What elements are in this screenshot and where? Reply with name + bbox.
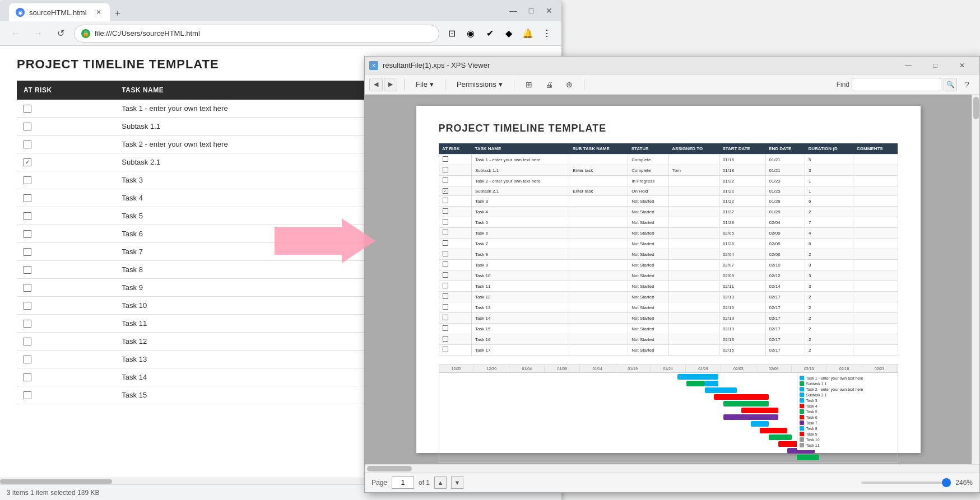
xps-scroll-h-thumb[interactable] [367, 466, 412, 471]
xps-vertical-scrollbar[interactable] [972, 95, 979, 464]
at-risk-checkbox[interactable] [24, 248, 31, 256]
at-risk-cell [17, 225, 115, 243]
xps-at-risk-checkbox[interactable] [443, 177, 448, 183]
xps-comments-cell [853, 302, 898, 313]
xps-duration-cell: 2 [805, 313, 853, 324]
xps-end-cell: 02/17 [765, 313, 805, 324]
xps-at-risk-checkbox[interactable] [443, 188, 448, 194]
ext-icon-4[interactable]: ◆ [501, 26, 517, 41]
xps-at-risk-checkbox[interactable] [443, 156, 448, 162]
at-risk-checkbox[interactable] [24, 158, 31, 166]
xps-status-cell: Not Started [628, 345, 669, 356]
xps-duration-cell: 2 [805, 334, 853, 345]
at-risk-checkbox[interactable] [24, 194, 31, 202]
xps-at-risk-checkbox[interactable] [443, 208, 448, 214]
xps-task-cell: Task 9 [471, 260, 569, 270]
xps-at-risk-checkbox[interactable] [443, 198, 448, 203]
gantt-legend-item: Task 5 [800, 409, 895, 414]
ext-icon-2[interactable]: ◉ [463, 26, 479, 41]
at-risk-checkbox[interactable] [24, 373, 31, 381]
xps-assigned-cell [668, 228, 719, 239]
xps-duration-cell: 5 [805, 155, 853, 165]
at-risk-checkbox[interactable] [24, 141, 31, 148]
xps-at-risk-checkbox[interactable] [443, 167, 448, 172]
scrollbar-thumb[interactable] [0, 479, 112, 484]
at-risk-checkbox[interactable] [24, 391, 31, 399]
xps-grid-icon[interactable]: ⊞ [521, 77, 537, 92]
xps-subtask-cell [569, 281, 628, 292]
xps-scroll-thumb[interactable] [973, 97, 979, 119]
task-name-cell: Task 12 [115, 333, 396, 351]
zoom-thumb[interactable] [942, 478, 951, 487]
find-input[interactable] [852, 78, 941, 91]
xps-duration-cell: 2 [805, 249, 853, 260]
xps-at-risk-checkbox[interactable] [443, 293, 448, 299]
xps-subtask-cell [569, 270, 628, 281]
xps-end-cell: 01/21 [765, 155, 805, 165]
xps-duration-cell: 1 [805, 186, 853, 196]
at-risk-checkbox[interactable] [24, 338, 31, 345]
xps-at-risk-checkbox[interactable] [443, 261, 448, 267]
xps-at-risk-checkbox[interactable] [443, 304, 448, 310]
xps-zoom-icon[interactable]: ⊕ [561, 77, 577, 92]
zoom-slider[interactable] [861, 482, 951, 484]
page-up-button[interactable]: ▲ [434, 476, 447, 489]
xps-horizontal-scrollbar[interactable] [365, 464, 979, 472]
ext-icon-3[interactable]: ✔ [482, 26, 498, 41]
at-risk-checkbox[interactable] [24, 266, 31, 274]
page-down-button[interactable]: ▼ [451, 476, 463, 489]
xps-at-risk-checkbox[interactable] [443, 325, 448, 331]
xps-nav-forward[interactable]: ▶ [384, 78, 397, 91]
minimize-button[interactable]: — [505, 3, 521, 18]
browser-tab[interactable]: ◉ sourceHTML.html ✕ [9, 3, 110, 21]
xps-page-area[interactable]: PROJECT TIMELINE TEMPLATE AT RISK TASK N… [365, 95, 972, 464]
xps-print-icon[interactable]: 🖨 [541, 77, 557, 92]
at-risk-cell [17, 351, 115, 368]
find-search-button[interactable]: 🔍 [944, 78, 957, 91]
maximize-button[interactable]: □ [523, 3, 539, 18]
xps-at-risk-checkbox[interactable] [443, 219, 448, 225]
new-tab-button[interactable]: + [110, 6, 126, 21]
xps-col-subtask: SUB TASK NAME [569, 143, 628, 155]
xps-at-risk-checkbox[interactable] [443, 336, 448, 342]
xps-at-risk-checkbox[interactable] [443, 230, 448, 235]
address-bar[interactable]: 🔒 file:///C:/Users/sourceHTML.html [74, 25, 439, 43]
at-risk-checkbox[interactable] [24, 356, 31, 363]
at-risk-checkbox[interactable] [24, 105, 31, 113]
xps-at-risk-checkbox[interactable] [443, 240, 448, 246]
xps-assigned-cell [668, 176, 719, 186]
tab-close-button[interactable]: ✕ [94, 8, 103, 17]
xps-file-menu[interactable]: File ▾ [411, 78, 438, 91]
page-number-input[interactable] [392, 476, 414, 489]
xps-permissions-menu[interactable]: Permissions ▾ [452, 78, 507, 91]
at-risk-checkbox[interactable] [24, 284, 31, 292]
ext-icon-5[interactable]: 🔔 [520, 26, 536, 41]
menu-button[interactable]: ⋮ [539, 26, 555, 41]
xps-at-risk-checkbox[interactable] [443, 283, 448, 288]
xps-help-icon[interactable]: ? [959, 77, 975, 92]
at-risk-checkbox[interactable] [24, 320, 31, 328]
close-button[interactable]: ✕ [541, 3, 557, 18]
xps-subtask-cell: Enter task [569, 186, 628, 196]
at-risk-checkbox[interactable] [24, 302, 31, 310]
xps-close-button[interactable]: ✕ [949, 58, 975, 73]
xps-minimize-button[interactable]: — [895, 58, 921, 73]
back-button[interactable]: ← [7, 25, 25, 43]
xps-at-risk-checkbox[interactable] [443, 347, 448, 352]
tab-favicon-icon: ◉ [16, 8, 25, 17]
xps-maximize-button[interactable]: □ [922, 58, 948, 73]
xps-at-risk-checkbox[interactable] [443, 315, 448, 320]
xps-at-risk-checkbox[interactable] [443, 272, 448, 278]
forward-button[interactable]: → [29, 25, 47, 43]
at-risk-checkbox[interactable] [24, 123, 31, 130]
ext-icon-1[interactable]: ⊡ [444, 26, 459, 41]
xps-at-risk-checkbox[interactable] [443, 251, 448, 256]
browser-titlebar: ◉ sourceHTML.html ✕ + — □ ✕ [0, 0, 561, 21]
xps-nav-back[interactable]: ◀ [369, 78, 383, 91]
at-risk-checkbox[interactable] [24, 212, 31, 220]
xps-comments-cell [853, 270, 898, 281]
at-risk-checkbox[interactable] [24, 230, 31, 238]
at-risk-checkbox[interactable] [24, 176, 31, 184]
refresh-button[interactable]: ↺ [52, 25, 69, 43]
xps-task-cell: Task 15 [471, 324, 569, 334]
